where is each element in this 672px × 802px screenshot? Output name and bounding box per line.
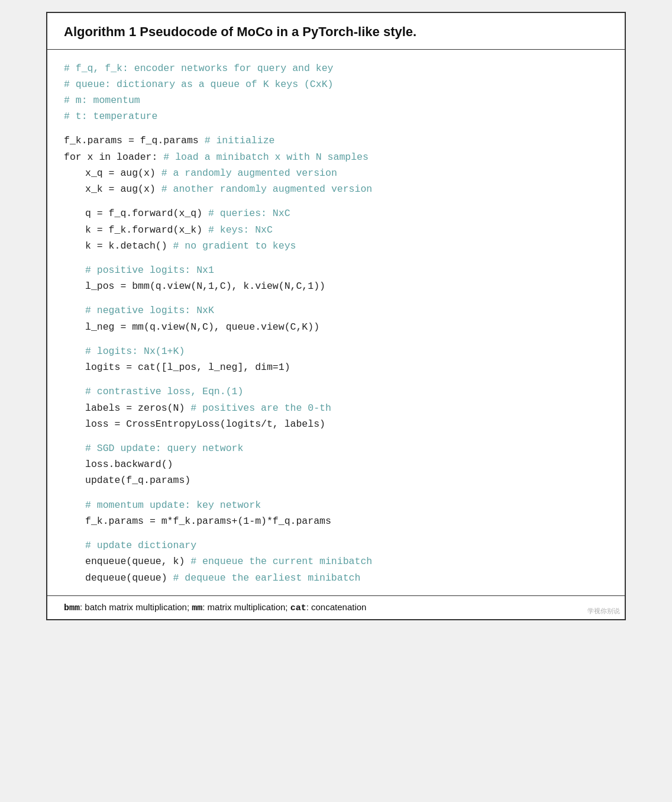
blank-line <box>64 432 608 440</box>
code-text: q = f_q.forward(x_q) <box>85 208 208 219</box>
code-line: # contrastive loss, Eqn.(1) <box>64 384 608 400</box>
code-line: l_neg = mm(q.view(N,C), queue.view(C,K)) <box>64 319 608 335</box>
code-line: k = f_k.forward(x_k) # keys: NxC <box>64 222 608 238</box>
code-text: enqueue(queue, k) <box>85 556 190 567</box>
code-line: # momentum update: key network <box>64 497 608 513</box>
blank-line <box>64 529 608 537</box>
code-comment: # a randomly augmented version <box>161 168 337 179</box>
code-comment: # initialize <box>205 135 275 146</box>
comments-block: # f_q, f_k: encoder networks for query a… <box>64 60 608 125</box>
code-line: # SGD update: query network <box>64 440 608 456</box>
code-line: enqueue(queue, k) # enqueue the current … <box>64 553 608 569</box>
code-comment: # momentum update: key network <box>85 500 261 511</box>
algorithm-subtitle: Pseudocode of MoCo in a PyTorch-like sty… <box>140 24 416 39</box>
code-text: logits = cat([l_pos, l_neg], dim=1) <box>85 362 290 373</box>
algorithm-label: Algorithm 1 <box>64 24 136 39</box>
code-comment: # keys: NxC <box>208 224 273 236</box>
code-text: f_k.params = m*f_k.params+(1-m)*f_q.para… <box>85 516 331 527</box>
code-comment: # positives are the 0-th <box>190 402 331 414</box>
code-line: k = k.detach() # no gradient to keys <box>64 238 608 254</box>
blank-line <box>64 375 608 384</box>
code-text: x_k = aug(x) <box>85 183 161 195</box>
code-line: l_pos = bmm(q.view(N,1,C), k.view(N,C,1)… <box>64 278 608 294</box>
code-comment: # another randomly augmented version <box>161 183 372 195</box>
code-line: # update dictionary <box>64 537 608 553</box>
code-line: # positive logits: Nx1 <box>64 262 608 278</box>
code-comment: # no gradient to keys <box>173 240 296 252</box>
code-text: x_q = aug(x) <box>85 168 161 179</box>
code-line: # logits: Nx(1+K) <box>64 343 608 359</box>
code-comment: # dequeue the earliest minibatch <box>173 572 361 584</box>
code-text: dequeue(queue) <box>85 572 173 584</box>
code-line: # negative logits: NxK <box>64 302 608 318</box>
code-line: x_k = aug(x) # another randomly augmente… <box>64 181 608 197</box>
algorithm-footer: bmm: batch matrix multiplication; mm: ma… <box>47 595 625 619</box>
code-comment: # positive logits: Nx1 <box>85 265 214 276</box>
code-comment: # negative logits: NxK <box>85 305 214 316</box>
blank-line <box>64 294 608 302</box>
comment-line-4: # t: temperature <box>64 108 608 124</box>
blank-line <box>64 335 608 343</box>
code-line: logits = cat([l_pos, l_neg], dim=1) <box>64 359 608 375</box>
code-text: k = f_k.forward(x_k) <box>85 224 208 236</box>
blank-line <box>64 254 608 262</box>
code-text: for x in loader: <box>64 152 163 163</box>
code-text: l_neg = mm(q.view(N,C), queue.view(C,K)) <box>85 321 319 333</box>
code-line: dequeue(queue) # dequeue the earliest mi… <box>64 570 608 586</box>
code-text: update(f_q.params) <box>85 475 190 486</box>
code-comment: # SGD update: query network <box>85 443 243 454</box>
code-line: loss = CrossEntropyLoss(logits/t, labels… <box>64 416 608 432</box>
watermark: 学视你别说 <box>587 607 620 616</box>
code-line: q = f_q.forward(x_q) # queries: NxC <box>64 205 608 221</box>
code-text: l_pos = bmm(q.view(N,1,C), k.view(N,C,1)… <box>85 281 325 292</box>
comment-line-3: # m: momentum <box>64 92 608 108</box>
code-text: labels = zeros(N) <box>85 402 190 414</box>
code-comment: # update dictionary <box>85 540 196 551</box>
code-lines: f_k.params = f_q.params # initializefor … <box>64 133 608 585</box>
code-line: f_k.params = f_q.params # initialize <box>64 133 608 149</box>
code-text: f_k.params = f_q.params <box>64 135 205 146</box>
blank-line <box>64 197 608 205</box>
footer-text: bmm: batch matrix multiplication; mm: ma… <box>64 602 366 612</box>
code-line: loss.backward() <box>64 456 608 472</box>
code-comment: # logits: Nx(1+K) <box>85 346 185 357</box>
code-comment: # enqueue the current minibatch <box>190 556 372 567</box>
code-comment: # queries: NxC <box>208 208 290 219</box>
algorithm-container: Algorithm 1 Pseudocode of MoCo in a PyTo… <box>46 12 626 620</box>
algorithm-body: # f_q, f_k: encoder networks for query a… <box>47 50 625 595</box>
code-line: update(f_q.params) <box>64 472 608 488</box>
blank-line <box>64 489 608 497</box>
code-line: x_q = aug(x) # a randomly augmented vers… <box>64 165 608 181</box>
algorithm-title: Algorithm 1 Pseudocode of MoCo in a PyTo… <box>47 13 625 50</box>
comment-line-2: # queue: dictionary as a queue of K keys… <box>64 76 608 92</box>
code-text: k = k.detach() <box>85 240 173 252</box>
code-comment: # contrastive loss, Eqn.(1) <box>85 386 243 397</box>
comment-line-1: # f_q, f_k: encoder networks for query a… <box>64 60 608 76</box>
code-line: f_k.params = m*f_k.params+(1-m)*f_q.para… <box>64 513 608 529</box>
code-line: labels = zeros(N) # positives are the 0-… <box>64 400 608 416</box>
code-line: for x in loader: # load a minibatch x wi… <box>64 149 608 165</box>
code-text: loss.backward() <box>85 459 173 470</box>
code-text: loss = CrossEntropyLoss(logits/t, labels… <box>85 418 325 430</box>
code-comment: # load a minibatch x with N samples <box>163 152 369 163</box>
